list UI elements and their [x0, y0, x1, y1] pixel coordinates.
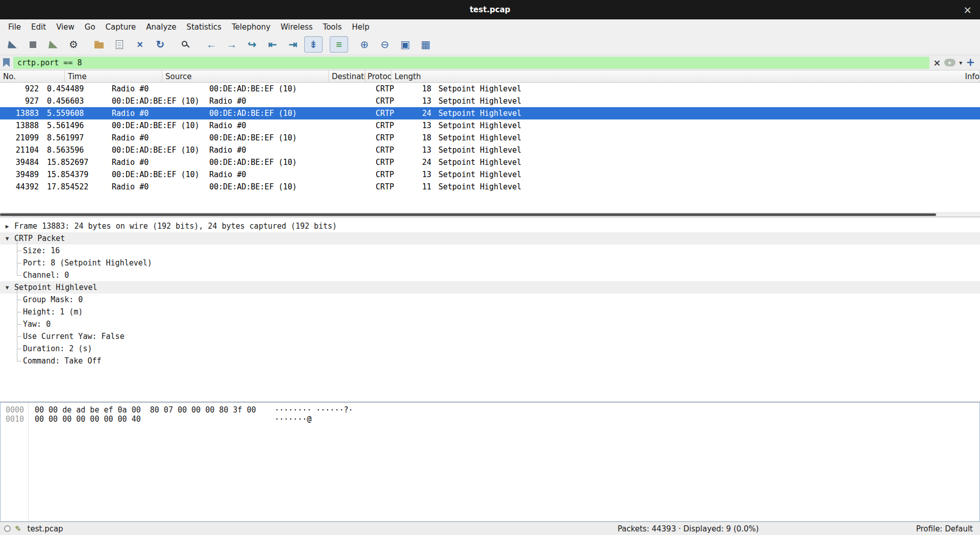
statusbar-profile[interactable]: Profile: Default — [916, 524, 973, 533]
hex-dump-pane: 0000 00 00 de ad be ef 0a 00 80 07 00 00… — [0, 402, 980, 522]
menu-item[interactable]: Tools — [318, 19, 347, 34]
display-filter-input[interactable]: crtp.port == 8 — [13, 57, 929, 69]
menu-item[interactable]: Telephony — [227, 19, 276, 34]
menu-item[interactable]: View — [51, 19, 80, 34]
detail-row[interactable]: ▶ Frame 13883: 24 bytes on wire (192 bit… — [0, 220, 980, 232]
hex-line[interactable]: 0010 00 00 00 00 00 00 00 40 ·······@ — [1, 415, 979, 424]
filter-bookmark-icon[interactable] — [3, 58, 10, 67]
detail-row[interactable]: Channel: 0 — [0, 269, 980, 281]
detail-row[interactable]: Duration: 2 (s) — [0, 343, 980, 355]
column-header[interactable]: Length — [391, 70, 962, 82]
close-file-button[interactable]: × — [131, 36, 149, 53]
capture-comment-icon[interactable]: ✎ — [15, 524, 21, 533]
cell-time: 15.852697 — [44, 158, 109, 167]
zoom-original-icon: ▣ — [401, 39, 410, 50]
last-packet-button[interactable]: ⇥ — [284, 36, 302, 53]
expert-info-icon[interactable] — [4, 525, 11, 532]
go-forward-button[interactable]: → — [223, 36, 241, 53]
cell-no: 39484 — [0, 158, 44, 167]
hscrollbar-thumb[interactable] — [0, 213, 936, 216]
add-filter-button[interactable]: + — [966, 57, 975, 68]
packet-row[interactable]: 39484 15.852697 Radio #0 00:DE:AD:BE:EF … — [0, 156, 980, 168]
filter-history-caret-icon[interactable]: ▾ — [959, 59, 962, 66]
detail-row[interactable]: Command: Take Off — [0, 355, 980, 367]
zoom-in-button[interactable]: ⊕ — [355, 36, 374, 53]
window-close-button[interactable]: × — [963, 0, 972, 19]
column-header[interactable]: Time — [65, 70, 162, 82]
detail-text: Use Current Yaw: False — [23, 332, 125, 341]
statusbar-filename: test.pcap — [28, 524, 63, 533]
menu-item[interactable]: Wireless — [276, 19, 318, 34]
column-header[interactable]: Protocol — [365, 70, 391, 82]
packet-row[interactable]: 21104 8.563596 00:DE:AD:BE:EF (10) Radio… — [0, 144, 980, 156]
expander-icon[interactable]: ▼ — [2, 235, 12, 242]
stop-capture-button[interactable] — [23, 36, 42, 53]
packet-row[interactable]: 13883 5.559608 Radio #0 00:DE:AD:BE:EF (… — [0, 107, 980, 119]
find-packet-button[interactable] — [177, 36, 195, 53]
zoom-out-button[interactable]: ⊖ — [376, 36, 394, 53]
expander-icon[interactable]: ▼ — [2, 284, 12, 291]
expander-icon[interactable]: ▶ — [2, 223, 12, 230]
colorize-toggle[interactable]: ≡ — [330, 36, 348, 53]
find-icon — [182, 41, 187, 46]
menu-item[interactable]: Go — [80, 19, 101, 34]
cell-info: Setpoint Highlevel — [435, 145, 980, 155]
packet-row[interactable]: 922 0.454489 Radio #0 00:DE:AD:BE:EF (10… — [0, 83, 980, 95]
capture-options-button[interactable]: ⚙ — [64, 36, 83, 53]
detail-row[interactable]: Group Mask: 0 — [0, 294, 980, 306]
detail-row[interactable]: Size: 16 — [0, 245, 980, 257]
menu-item[interactable]: Help — [347, 19, 374, 34]
menu-item[interactable]: Edit — [26, 19, 51, 34]
close-file-icon: × — [137, 39, 143, 50]
go-back-button[interactable]: ← — [202, 36, 220, 53]
clear-filter-icon[interactable]: × — [933, 57, 941, 68]
column-header[interactable]: Source — [162, 70, 329, 82]
cell-time: 8.563596 — [44, 145, 109, 155]
open-file-button[interactable] — [90, 36, 108, 53]
menu-item[interactable]: Analyze — [141, 19, 181, 34]
cell-no: 21104 — [0, 145, 44, 155]
start-capture-button[interactable] — [3, 36, 21, 53]
detail-row[interactable]: Height: 1 (m) — [0, 306, 980, 318]
detail-text: Height: 1 (m) — [23, 307, 83, 317]
hex-line[interactable]: 0000 00 00 de ad be ef 0a 00 80 07 00 00… — [1, 405, 979, 415]
resize-columns-button[interactable]: ▦ — [416, 36, 435, 53]
cell-destination: Radio #0 — [206, 96, 373, 106]
cell-destination: Radio #0 — [206, 170, 373, 179]
apply-filter-button[interactable]: ▸ — [944, 59, 955, 66]
packet-row[interactable]: 927 0.456603 00:DE:AD:BE:EF (10) Radio #… — [0, 95, 980, 107]
cell-source: 00:DE:AD:BE:EF (10) — [109, 170, 206, 179]
cell-destination: Radio #0 — [206, 145, 373, 155]
restart-capture-button[interactable] — [44, 36, 62, 53]
save-file-button[interactable] — [110, 36, 129, 53]
menu-item[interactable]: Capture — [101, 19, 141, 34]
cell-info: Setpoint Highlevel — [435, 84, 980, 93]
cell-time: 0.456603 — [44, 96, 109, 106]
cell-length: 13 — [409, 96, 435, 106]
detail-row[interactable]: Yaw: 0 — [0, 318, 980, 330]
cell-length: 18 — [409, 133, 435, 142]
reload-file-button[interactable]: ↻ — [151, 36, 169, 53]
packet-row[interactable]: 13888 5.561496 00:DE:AD:BE:EF (10) Radio… — [0, 119, 980, 132]
cell-info: Setpoint Highlevel — [435, 109, 980, 118]
cell-source: 00:DE:AD:BE:EF (10) — [109, 121, 206, 130]
menu-item[interactable]: File — [3, 19, 26, 34]
auto-scroll-toggle[interactable]: ⇟ — [304, 36, 323, 53]
display-filter-text: crtp.port == 8 — [17, 58, 82, 67]
first-packet-button[interactable]: ⇤ — [263, 36, 282, 53]
detail-row[interactable]: Use Current Yaw: False — [0, 330, 980, 343]
packet-row[interactable]: 21099 8.561997 Radio #0 00:DE:AD:BE:EF (… — [0, 132, 980, 144]
packet-row[interactable]: 44392 17.854522 Radio #0 00:DE:AD:BE:EF … — [0, 181, 980, 193]
packet-row[interactable]: 39489 15.854379 00:DE:AD:BE:EF (10) Radi… — [0, 168, 980, 181]
packet-list-hscrollbar[interactable] — [0, 212, 980, 216]
restart-capture-icon — [48, 41, 58, 48]
detail-row[interactable]: ▼ Setpoint Highlevel — [0, 281, 980, 294]
zoom-original-button[interactable]: ▣ — [396, 36, 414, 53]
column-header[interactable]: Destination — [329, 70, 365, 82]
column-header[interactable]: Info — [962, 70, 980, 82]
detail-row[interactable]: Port: 8 (Setpoint Highlevel) — [0, 257, 980, 269]
column-header[interactable]: No. — [0, 70, 65, 82]
goto-packet-button[interactable]: ↪ — [243, 36, 261, 53]
detail-row[interactable]: ▼ CRTP Packet — [0, 232, 980, 245]
menu-item[interactable]: Statistics — [181, 19, 227, 34]
